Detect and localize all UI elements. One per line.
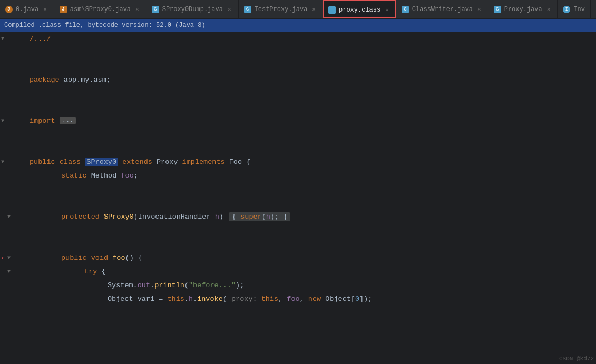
close-icon[interactable]: ✕ (134, 5, 141, 13)
tab-label: asm\$Proxy0.java (70, 6, 131, 13)
fold-icon-10[interactable]: ▼ (1, 159, 4, 165)
kw-super: super (240, 213, 262, 221)
gutter-line-18[interactable]: ▼ (0, 264, 21, 278)
constructor-body: { super(h); } (229, 212, 290, 221)
tab-label: ClassWriter.java (412, 6, 473, 13)
code-line-static: static Method foo; (30, 169, 596, 182)
dot3: . (193, 295, 197, 303)
gutter-line-4 (0, 73, 21, 86)
code-line-blank8 (30, 196, 596, 210)
var1: var1 (138, 295, 159, 303)
code-line-foo-method: public void foo() { (30, 251, 596, 264)
status-text: Compiled .class file, bytecode version: … (4, 22, 206, 29)
code-line-package: package aop.my.asm; (30, 73, 596, 86)
code-line-blank10 (30, 237, 596, 251)
gutter-line-16 (0, 237, 21, 251)
kw-implements: implements (182, 158, 229, 166)
paren5: ); (236, 281, 244, 289)
fold-icon-17[interactable]: ▼ (7, 255, 11, 261)
kw-void: void (91, 254, 113, 262)
gutter-line-2 (0, 45, 21, 59)
param-h2: h (266, 213, 270, 221)
gutter-line-9 (0, 141, 21, 155)
gutter-line-19 (0, 278, 21, 292)
tab-proxy-class[interactable]: proxy.class ✕ (323, 0, 396, 18)
tab-inv[interactable]: I Inv (558, 0, 591, 18)
kw-this: this (167, 295, 184, 303)
paren3: () { (125, 254, 142, 262)
tab-label: 0.java (16, 6, 38, 13)
tab-label: Inv (573, 6, 585, 13)
close-icon[interactable]: ✕ (42, 5, 48, 13)
kw-public2: public (61, 254, 91, 262)
code-line-try: try { (30, 264, 596, 278)
kw-try: try (84, 268, 101, 276)
bracket: [ (351, 295, 355, 303)
type-method: Method (91, 172, 121, 180)
paren6: ( (223, 295, 231, 303)
gutter-line-3 (0, 59, 21, 73)
paren1: ( (134, 213, 138, 221)
code-line-constructor: protected $Proxy0(InvocationHandler h) {… (30, 210, 596, 223)
code-line-blank2 (30, 59, 596, 73)
dot2: . (184, 295, 189, 303)
gutter-line-17[interactable]: ▼ → (0, 251, 21, 264)
gutter-line-14[interactable]: ▼ (0, 210, 21, 223)
status-bar: Compiled .class file, bytecode version: … (0, 19, 596, 32)
watermark: CSDN @kd72 (559, 356, 594, 362)
fold-icon-7[interactable]: ▼ (1, 118, 4, 124)
tab-proxy0dump[interactable]: G $Proxy0Dump.java ✕ (146, 0, 239, 18)
close-icon[interactable]: ✕ (226, 5, 233, 13)
brace-open: { (246, 158, 250, 166)
tab-testproxy[interactable]: G TestProxy.java ✕ (239, 0, 323, 18)
asm-icon: J (60, 6, 67, 13)
tab-proxy-java[interactable]: G Proxy.java ✕ (488, 0, 558, 18)
close-icon[interactable]: ✕ (476, 5, 483, 13)
code-line-blank3 (30, 86, 596, 100)
kw-new: new (308, 295, 325, 303)
close-icon[interactable]: ✕ (545, 5, 552, 13)
code-line-blank7 (30, 182, 596, 196)
string-before: "before..." (189, 281, 236, 289)
fold-icon-18[interactable]: ▼ (7, 269, 11, 274)
fold-icon-1[interactable]: ▼ (1, 36, 4, 42)
tab-label: proxy.class (339, 6, 380, 14)
method-proxy0: $Proxy0 (104, 213, 134, 221)
code-line-invoke: Object var1 = this.h.invoke( proxy: this… (30, 292, 596, 306)
gutter-line-10[interactable]: ▼ (0, 155, 21, 169)
code-line-blank6 (30, 141, 596, 155)
paren4: ( (184, 281, 189, 289)
gutter-line-15 (0, 223, 21, 237)
tab-proxy0java[interactable]: J asm\$Proxy0.java ✕ (54, 0, 146, 18)
method-invoke: invoke (197, 295, 223, 303)
method-println: println (154, 281, 184, 289)
param-h1: h (215, 213, 219, 221)
code-line-blank1 (30, 45, 596, 59)
gutter-line-1[interactable]: ▼ (0, 32, 21, 45)
tab-bar: J 0.java ✕ J asm\$Proxy0.java ✕ G $Proxy… (0, 0, 596, 19)
gutter-line-5 (0, 86, 21, 100)
class-icon (328, 6, 336, 14)
gutter: ▼ ▼ ▼ ▼ ▼ → (0, 32, 21, 364)
close-icon[interactable]: ✕ (310, 5, 317, 13)
type-foo: Foo (229, 158, 246, 166)
code-line-import: import ... (30, 114, 596, 127)
type-proxy: Proxy (157, 158, 182, 166)
dump-icon: G (152, 6, 159, 13)
keyword-import: import (30, 117, 60, 125)
kw-public: public (30, 158, 60, 166)
classwriter-icon: G (402, 6, 409, 13)
java-icon: J (5, 6, 13, 13)
gutter-line-8 (0, 127, 21, 141)
close-icon[interactable]: ✕ (384, 6, 390, 14)
paren2: ) (219, 213, 228, 221)
tab-classwriter[interactable]: G ClassWriter.java ✕ (396, 0, 488, 18)
editor: ▼ ▼ ▼ ▼ ▼ → (0, 32, 596, 364)
fold-icon-14[interactable]: ▼ (7, 214, 11, 220)
package-name: aop.my.asm; (64, 76, 111, 84)
method-foo: foo (112, 254, 125, 262)
tab-label: TestProxy.java (255, 6, 308, 13)
tab-0java[interactable]: J 0.java ✕ (0, 0, 54, 18)
gutter-line-7[interactable]: ▼ (0, 114, 21, 127)
code-line-blank5 (30, 127, 596, 141)
